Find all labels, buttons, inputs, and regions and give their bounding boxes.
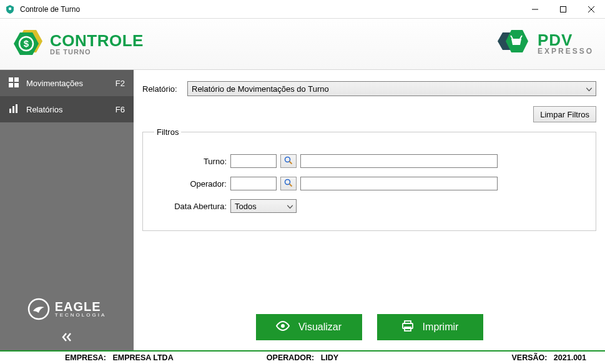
turno-label: Turno: bbox=[152, 157, 227, 166]
chevron-double-left-icon bbox=[61, 332, 73, 344]
main-panel: Relatório: Relatório de Movimentações do… bbox=[134, 70, 605, 350]
versao-value: 2021.001 bbox=[554, 353, 586, 362]
grid-icon bbox=[9, 77, 19, 89]
svg-rect-14 bbox=[14, 83, 19, 87]
chevron-down-icon bbox=[586, 84, 592, 94]
empresa-label: EMPRESA: bbox=[65, 353, 106, 362]
sidebar: Movimentações F2 Relatórios F6 EAGLE TEC… bbox=[0, 70, 134, 350]
data-abertura-select[interactable]: Todos bbox=[230, 199, 297, 213]
eye-icon bbox=[276, 321, 290, 333]
visualizar-label: Visualizar bbox=[298, 322, 342, 333]
svg-rect-2 bbox=[560, 6, 566, 12]
operador-lookup-button[interactable] bbox=[280, 177, 297, 190]
svg-rect-16 bbox=[12, 106, 14, 113]
svg-line-22 bbox=[290, 184, 292, 186]
sidebar-item-label: Relatórios bbox=[26, 105, 63, 114]
logo-controle-line1: CONTROLE bbox=[50, 32, 144, 49]
relatorio-label: Relatório: bbox=[142, 84, 182, 94]
eagle-logo: EAGLE TECNOLOGIA bbox=[0, 292, 134, 325]
window-title: Controle de Turno bbox=[20, 5, 521, 14]
eagle-icon bbox=[27, 298, 50, 320]
logo-pdv-line2: EXPRESSO bbox=[538, 48, 594, 55]
operador-status-value: LIDY bbox=[321, 353, 338, 362]
turno-name-input[interactable] bbox=[300, 154, 498, 168]
status-bar: EMPRESA: EMPRESA LTDA OPERADOR: LIDY VER… bbox=[0, 350, 605, 364]
sidebar-item-shortcut: F2 bbox=[116, 79, 125, 88]
logo-controle-line2: DE TURNO bbox=[50, 49, 144, 56]
data-abertura-label: Data Abertura: bbox=[152, 202, 227, 211]
turno-lookup-button[interactable] bbox=[280, 154, 297, 168]
limpar-filtros-button[interactable]: Limpar Filtros bbox=[533, 106, 596, 122]
operador-name-input[interactable] bbox=[300, 177, 498, 190]
svg-rect-17 bbox=[16, 104, 17, 113]
sidebar-collapse-button[interactable] bbox=[0, 325, 134, 350]
svg-point-23 bbox=[281, 324, 285, 328]
minimize-button[interactable] bbox=[521, 0, 549, 18]
sidebar-item-movimentacoes[interactable]: Movimentações F2 bbox=[0, 70, 134, 96]
versao-label: VERSÃO: bbox=[511, 353, 547, 362]
relatorio-value: Relatório de Movimentações do Turno bbox=[192, 84, 329, 94]
svg-rect-13 bbox=[9, 83, 13, 87]
imprimir-button[interactable]: Imprimir bbox=[377, 314, 483, 340]
chevron-down-icon bbox=[287, 202, 293, 211]
maximize-button[interactable] bbox=[549, 0, 577, 18]
search-icon bbox=[284, 156, 293, 167]
header-band: $ CONTROLE DE TURNO PDV EXPRESSO bbox=[0, 19, 605, 70]
sidebar-item-label: Movimentações bbox=[26, 79, 83, 88]
search-icon bbox=[284, 179, 293, 189]
close-button[interactable] bbox=[577, 0, 605, 18]
svg-rect-12 bbox=[14, 77, 19, 82]
operador-label: Operador: bbox=[152, 179, 227, 189]
filtros-legend: Filtros bbox=[154, 127, 181, 137]
logo-pdv-line1: PDV bbox=[538, 32, 594, 48]
logo-controle: $ CONTROLE DE TURNO bbox=[11, 29, 144, 60]
svg-line-20 bbox=[290, 161, 292, 164]
sidebar-item-shortcut: F6 bbox=[116, 105, 125, 114]
svg-rect-15 bbox=[9, 109, 11, 113]
app-icon bbox=[4, 3, 16, 16]
svg-point-0 bbox=[9, 7, 11, 9]
bar-chart-icon bbox=[9, 104, 19, 116]
sidebar-item-relatorios[interactable]: Relatórios F6 bbox=[0, 96, 134, 122]
relatorio-select[interactable]: Relatório de Movimentações do Turno bbox=[187, 81, 596, 96]
svg-text:$: $ bbox=[24, 38, 29, 49]
operador-status-label: OPERADOR: bbox=[267, 353, 314, 362]
svg-point-21 bbox=[285, 179, 290, 184]
eagle-line2: TECNOLOGIA bbox=[55, 313, 106, 318]
operador-code-input[interactable] bbox=[230, 177, 277, 190]
dollar-hexagon-icon: $ bbox=[11, 29, 45, 60]
svg-rect-26 bbox=[405, 327, 411, 331]
logo-pdv: PDV EXPRESSO bbox=[494, 27, 594, 61]
data-abertura-value: Todos bbox=[235, 202, 257, 211]
filtros-fieldset: Filtros Turno: Operador: Data Abertura: bbox=[142, 127, 596, 231]
empresa-value: EMPRESA LTDA bbox=[112, 353, 173, 362]
turno-code-input[interactable] bbox=[230, 154, 277, 168]
basket-hexagon-icon bbox=[494, 27, 533, 61]
svg-point-19 bbox=[285, 157, 290, 162]
imprimir-label: Imprimir bbox=[423, 322, 459, 333]
eagle-line1: EAGLE bbox=[55, 300, 106, 313]
visualizar-button[interactable]: Visualizar bbox=[256, 314, 362, 340]
svg-rect-11 bbox=[9, 77, 13, 82]
titlebar: Controle de Turno bbox=[0, 0, 605, 19]
printer-icon bbox=[401, 320, 414, 334]
